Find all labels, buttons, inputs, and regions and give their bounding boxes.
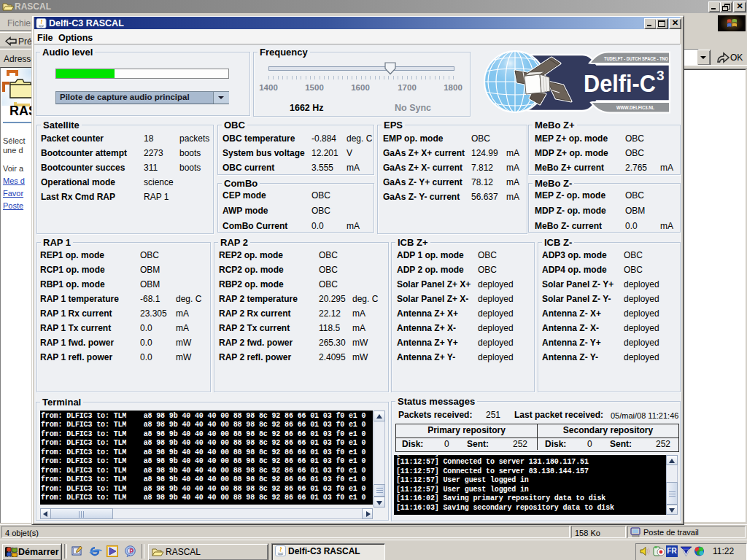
svg-text:3: 3 xyxy=(657,68,665,83)
svg-text:TUDELFT - DUTCH SPACE - TNO: TUDELFT - DUTCH SPACE - TNO xyxy=(604,55,668,62)
svg-text:WWW.DELFIC3.NL: WWW.DELFIC3.NL xyxy=(616,105,655,110)
svg-text:Delfi-C: Delfi-C xyxy=(584,70,656,97)
